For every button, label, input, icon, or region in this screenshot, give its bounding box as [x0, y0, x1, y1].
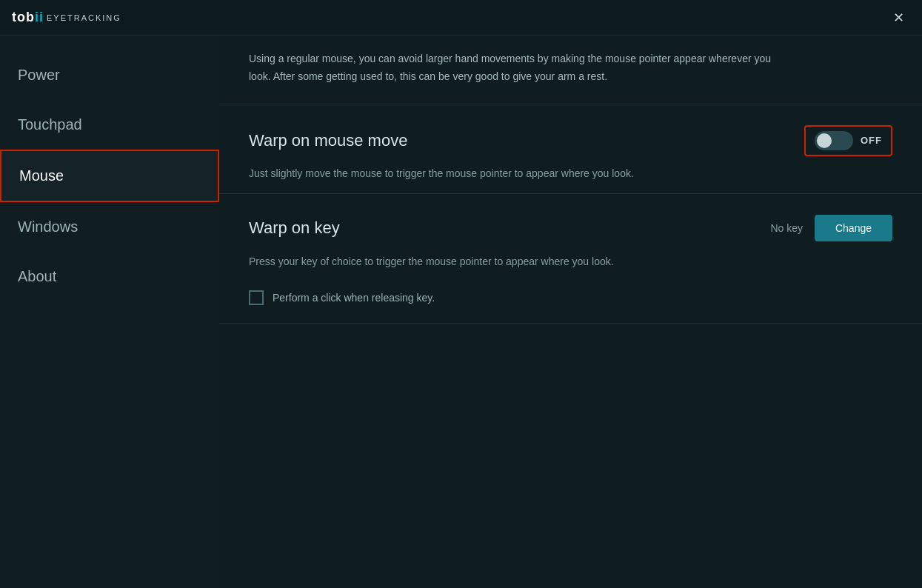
no-key-label: No key [770, 222, 803, 234]
warp-key-header: Warp on key No key Change [249, 215, 892, 241]
toggle-state-label: OFF [861, 135, 882, 146]
warp-mouse-toggle[interactable] [815, 131, 853, 150]
checkbox-label: Perform a click when releasing key. [273, 292, 435, 304]
title-bar: tobii EYETRACKING ✕ [0, 0, 922, 36]
warp-mouse-toggle-wrapper: OFF [804, 125, 892, 156]
warp-mouse-description: Just slightly move the mouse to trigger … [249, 165, 892, 181]
warp-mouse-title: Warp on mouse move [249, 131, 407, 150]
sidebar-item-label: Touchpad [18, 116, 82, 133]
logo-brand-accent: ii [35, 10, 44, 24]
content-area: Using a regular mouse, you can avoid lar… [219, 36, 922, 588]
sidebar-item-windows[interactable]: Windows [0, 202, 219, 252]
sidebar-item-mouse[interactable]: Mouse [0, 150, 219, 202]
logo-brand: tobii [12, 10, 44, 25]
app-logo: tobii EYETRACKING [12, 10, 121, 25]
sidebar: Power Touchpad Mouse Windows About [0, 36, 219, 588]
warp-on-mouse-move-section: Warp on mouse move OFF Just slightly mov… [219, 104, 922, 194]
warp-key-description: Press your key of choice to trigger the … [249, 253, 892, 270]
close-button[interactable]: ✕ [886, 6, 910, 30]
intro-section: Using a regular mouse, you can avoid lar… [219, 36, 922, 104]
warp-on-key-section: Warp on key No key Change Press your key… [219, 194, 922, 324]
perform-click-checkbox[interactable] [249, 290, 264, 305]
change-key-button[interactable]: Change [815, 215, 892, 241]
main-layout: Power Touchpad Mouse Windows About Using… [0, 36, 922, 588]
warp-mouse-header: Warp on mouse move OFF [249, 125, 892, 156]
toggle-knob [817, 133, 832, 148]
logo-product: EYETRACKING [47, 13, 121, 22]
checkbox-row: Perform a click when releasing key. [249, 284, 892, 311]
sidebar-item-touchpad[interactable]: Touchpad [0, 100, 219, 150]
sidebar-item-label: About [18, 268, 56, 284]
sidebar-item-power[interactable]: Power [0, 50, 219, 100]
sidebar-item-about[interactable]: About [0, 252, 219, 301]
key-controls: No key Change [770, 215, 892, 241]
warp-key-title: Warp on key [249, 218, 340, 238]
sidebar-item-label: Mouse [19, 167, 64, 184]
sidebar-item-label: Windows [18, 218, 78, 235]
sidebar-item-label: Power [18, 67, 60, 83]
intro-description: Using a regular mouse, you can avoid lar… [249, 50, 782, 86]
